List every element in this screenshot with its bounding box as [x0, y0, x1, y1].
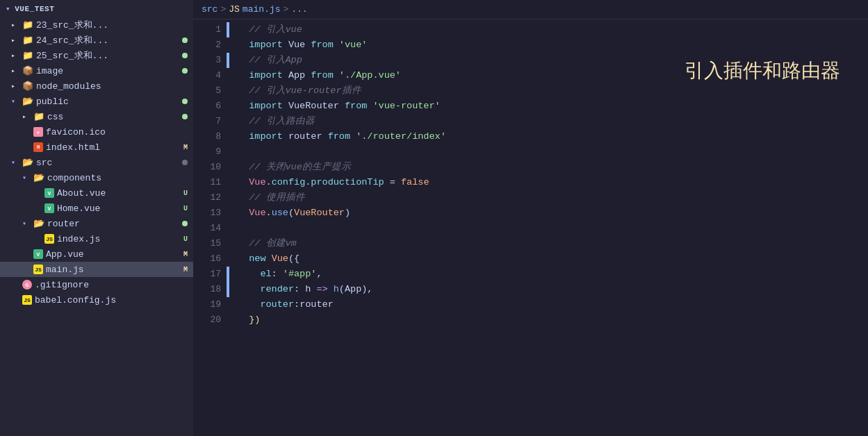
- breadcrumb: src > JS main.js > ...: [193, 0, 868, 19]
- sidebar-item-label: index.js: [57, 234, 100, 244]
- breadcrumb-sep-2: >: [283, 4, 288, 15]
- line-numbers: 1234567891011121314151617181920: [193, 19, 227, 436]
- sidebar: ▾ VUE_TEST ▸ 📁 23_src_求和... ▸ 📁 24_src_求…: [0, 0, 193, 436]
- breadcrumb-mainjs: main.js: [243, 4, 281, 15]
- code-line-9: [238, 144, 868, 160]
- code-line-7: // 引入路由器: [238, 114, 868, 129]
- code-line-5: // 引入vue-router插件: [238, 83, 868, 99]
- breadcrumb-src: src: [202, 4, 218, 15]
- sidebar-item-folder-css[interactable]: ▸ 📁 css: [0, 109, 193, 124]
- sidebar-item-folder-image[interactable]: ▸ 📦 image: [0, 63, 193, 78]
- sidebar-item-folder-public[interactable]: ▾ 📂 public: [0, 94, 193, 109]
- breadcrumb-js: JS: [229, 4, 240, 15]
- sidebar-item-label: Home.vue: [57, 203, 100, 214]
- file-tree: ▸ 📁 23_src_求和... ▸ 📁 24_src_求和... ▸ 📁 25…: [0, 17, 193, 308]
- sidebar-item-file-babel[interactable]: JS babel.config.js: [0, 292, 193, 308]
- line-number-16: 16: [193, 251, 221, 267]
- code-line-3: // 引入App: [238, 53, 868, 68]
- code-line-19: router:router: [238, 297, 868, 312]
- sidebar-item-file-gitignore[interactable]: G .gitignore: [0, 277, 193, 292]
- sidebar-item-file-about[interactable]: V About.vue U: [0, 185, 193, 201]
- sidebar-item-label: index.html: [46, 142, 100, 153]
- line-number-9: 9: [193, 144, 221, 160]
- gutter-mark-line-17: [227, 267, 229, 282]
- code-container: 1234567891011121314151617181920 // 引入vue…: [193, 19, 868, 436]
- code-line-2: import Vue from 'vue': [238, 37, 868, 53]
- code-line-6: import VueRouter from 'vue-router': [238, 99, 868, 114]
- line-number-1: 1: [193, 22, 221, 37]
- sidebar-item-file-main-js[interactable]: JS main.js M: [0, 262, 193, 277]
- gutter-mark-line-18: [227, 282, 229, 297]
- sidebar-item-folder-25[interactable]: ▸ 📁 25_src_求和...: [0, 48, 193, 63]
- line-number-8: 8: [193, 129, 221, 144]
- code-line-17: el: '#app',: [238, 267, 868, 282]
- code-line-12: // 使用插件: [238, 190, 868, 206]
- line-number-17: 17: [193, 267, 221, 282]
- code-line-16: new Vue({: [238, 251, 868, 267]
- line-number-5: 5: [193, 83, 221, 99]
- sidebar-title: VUE_TEST: [15, 5, 54, 13]
- line-number-2: 2: [193, 37, 221, 53]
- line-number-18: 18: [193, 282, 221, 297]
- line-number-4: 4: [193, 68, 221, 83]
- code-line-14: [238, 221, 868, 236]
- line-number-12: 12: [193, 190, 221, 206]
- sidebar-item-label: image: [36, 66, 63, 76]
- code-line-20: }): [238, 312, 868, 328]
- breadcrumb-dots: ...: [291, 4, 307, 15]
- sidebar-item-label: router: [47, 219, 80, 229]
- code-line-10: // 关闭vue的生产提示: [238, 160, 868, 175]
- sidebar-item-label: .gitignore: [35, 280, 89, 290]
- sidebar-item-label: 23_src_求和...: [36, 19, 108, 31]
- sidebar-item-folder-24[interactable]: ▸ 📁 24_src_求和...: [0, 33, 193, 48]
- sidebar-item-label: babel.config.js: [35, 295, 116, 305]
- code-content[interactable]: // 引入vue import Vue from 'vue' // 引入App …: [231, 19, 868, 436]
- line-number-10: 10: [193, 160, 221, 175]
- sidebar-chevron-icon: ▾: [6, 4, 10, 13]
- editor-area: src > JS main.js > ... 12345678910111213…: [193, 0, 868, 436]
- gutter-mark-line-1: [227, 22, 229, 37]
- line-number-19: 19: [193, 297, 221, 312]
- sidebar-item-file-router-index[interactable]: JS index.js U: [0, 231, 193, 246]
- line-number-14: 14: [193, 221, 221, 236]
- code-line-1: // 引入vue: [238, 22, 868, 37]
- code-line-13: Vue.use(VueRouter): [238, 206, 868, 221]
- sidebar-header[interactable]: ▾ VUE_TEST: [0, 0, 193, 17]
- sidebar-item-file-app-vue[interactable]: V App.vue M: [0, 246, 193, 262]
- line-number-7: 7: [193, 114, 221, 129]
- sidebar-item-file-index-html[interactable]: H index.html M: [0, 140, 193, 155]
- line-number-3: 3: [193, 53, 221, 68]
- sidebar-item-label: css: [47, 112, 63, 122]
- code-line-15: // 创建vm: [238, 236, 868, 251]
- sidebar-item-file-favicon[interactable]: ★ favicon.ico: [0, 124, 193, 140]
- gutter: [227, 19, 231, 436]
- gutter-mark-line-3: [227, 53, 229, 68]
- code-line-18: render: h => h(App),: [238, 282, 868, 297]
- code-line-4: import App from './App.vue': [238, 68, 868, 83]
- breadcrumb-sep-1: >: [220, 4, 226, 15]
- sidebar-item-label: About.vue: [57, 188, 106, 199]
- line-number-20: 20: [193, 312, 221, 328]
- sidebar-item-label: src: [36, 158, 52, 168]
- sidebar-item-folder-components[interactable]: ▾ 📂 components: [0, 170, 193, 185]
- sidebar-item-label: main.js: [46, 265, 84, 275]
- sidebar-item-label: favicon.ico: [46, 127, 106, 137]
- line-number-13: 13: [193, 206, 221, 221]
- sidebar-item-label: node_modules: [36, 81, 101, 92]
- line-number-6: 6: [193, 99, 221, 114]
- line-number-15: 15: [193, 236, 221, 251]
- sidebar-item-file-home[interactable]: V Home.vue U: [0, 201, 193, 216]
- sidebar-item-label: 25_src_求和...: [36, 49, 108, 62]
- sidebar-item-folder-src[interactable]: ▾ 📂 src: [0, 155, 193, 170]
- code-line-8: import router from './router/index': [238, 129, 868, 144]
- sidebar-item-label: 24_src_求和...: [36, 34, 108, 47]
- sidebar-item-label: App.vue: [46, 249, 84, 260]
- sidebar-item-folder-router[interactable]: ▾ 📂 router: [0, 216, 193, 231]
- sidebar-item-folder-23[interactable]: ▸ 📁 23_src_求和...: [0, 17, 193, 33]
- sidebar-item-label: components: [47, 173, 101, 183]
- sidebar-item-label: public: [36, 97, 69, 107]
- code-line-11: Vue.config.productionTip = false: [238, 175, 868, 190]
- sidebar-item-folder-node[interactable]: ▸ 📦 node_modules: [0, 78, 193, 94]
- line-number-11: 11: [193, 175, 221, 190]
